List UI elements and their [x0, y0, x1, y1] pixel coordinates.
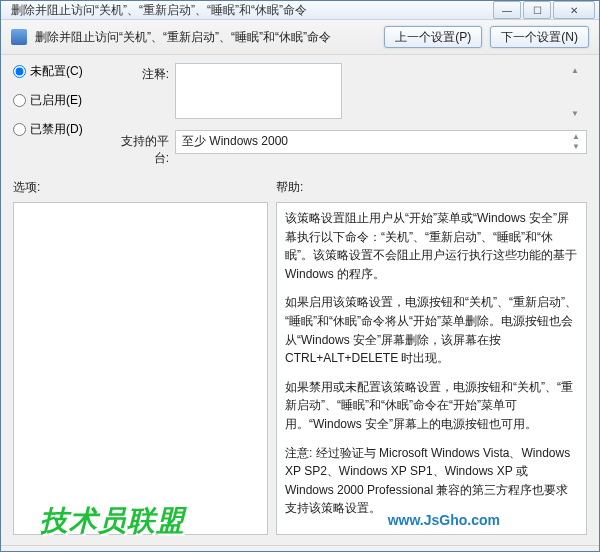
policy-icon	[11, 29, 27, 45]
comment-wrap: ▲▼	[175, 63, 587, 122]
radio-enabled-input[interactable]	[13, 94, 26, 107]
comment-input[interactable]	[175, 63, 342, 119]
comment-label: 注释:	[111, 63, 169, 122]
radio-not-configured[interactable]: 未配置(C)	[13, 63, 101, 80]
platform-label: 支持的平台:	[111, 130, 169, 167]
comment-row: 注释: ▲▼	[111, 63, 587, 122]
close-button[interactable]: ✕	[553, 1, 595, 19]
radio-enabled-label: 已启用(E)	[30, 92, 82, 109]
section-labels: 选项: 帮助:	[13, 179, 587, 196]
platform-scroll-arrows[interactable]: ▲▼	[572, 133, 584, 151]
window: 删除并阻止访问“关机”、“重新启动”、“睡眠”和“休眠”命令 — ☐ ✕ 删除并…	[0, 0, 600, 552]
fields-column: 注释: ▲▼ 支持的平台: 至少 Windows 2000 ▲▼	[111, 63, 587, 167]
options-label: 选项:	[13, 179, 276, 196]
next-setting-button[interactable]: 下一个设置(N)	[490, 26, 589, 48]
comment-scroll-arrows[interactable]: ▲▼	[571, 67, 583, 118]
options-panel[interactable]	[13, 202, 268, 535]
previous-setting-button[interactable]: 上一个设置(P)	[384, 26, 482, 48]
footer: 确定 取消 应用(A)	[1, 545, 599, 552]
radio-disabled-input[interactable]	[13, 123, 26, 136]
body-area: 未配置(C) 已启用(E) 已禁用(D) 注释: ▲▼	[1, 55, 599, 545]
panels-row: 该策略设置阻止用户从“开始”菜单或“Windows 安全”屏幕执行以下命令：“关…	[13, 202, 587, 535]
platform-value: 至少 Windows 2000	[182, 133, 288, 150]
radio-enabled[interactable]: 已启用(E)	[13, 92, 101, 109]
window-controls: — ☐ ✕	[493, 1, 595, 19]
radio-not-configured-input[interactable]	[13, 65, 26, 78]
window-title: 删除并阻止访问“关机”、“重新启动”、“睡眠”和“休眠”命令	[5, 2, 493, 19]
platform-box: 至少 Windows 2000 ▲▼	[175, 130, 587, 154]
upper-section: 未配置(C) 已启用(E) 已禁用(D) 注释: ▲▼	[13, 63, 587, 167]
header-row: 删除并阻止访问“关机”、“重新启动”、“睡眠”和“休眠”命令 上一个设置(P) …	[1, 20, 599, 55]
help-paragraph: 该策略设置阻止用户从“开始”菜单或“Windows 安全”屏幕执行以下命令：“关…	[285, 209, 578, 283]
state-radio-group: 未配置(C) 已启用(E) 已禁用(D)	[13, 63, 101, 138]
radio-disabled-label: 已禁用(D)	[30, 121, 83, 138]
maximize-button[interactable]: ☐	[523, 1, 551, 19]
radio-disabled[interactable]: 已禁用(D)	[13, 121, 101, 138]
help-paragraph: 注意: 经过验证与 Microsoft Windows Vista、Window…	[285, 444, 578, 518]
help-paragraph: 如果启用该策略设置，电源按钮和“关机”、“重新启动”、“睡眠”和“休眠”命令将从…	[285, 293, 578, 367]
help-panel[interactable]: 该策略设置阻止用户从“开始”菜单或“Windows 安全”屏幕执行以下命令：“关…	[276, 202, 587, 535]
titlebar: 删除并阻止访问“关机”、“重新启动”、“睡眠”和“休眠”命令 — ☐ ✕	[1, 1, 599, 20]
radio-not-configured-label: 未配置(C)	[30, 63, 83, 80]
minimize-button[interactable]: —	[493, 1, 521, 19]
header-title: 删除并阻止访问“关机”、“重新启动”、“睡眠”和“休眠”命令	[35, 29, 376, 46]
help-label: 帮助:	[276, 179, 587, 196]
help-paragraph: 如果禁用或未配置该策略设置，电源按钮和“关机”、“重新启动”、“睡眠”和“休眠”…	[285, 378, 578, 434]
platform-row: 支持的平台: 至少 Windows 2000 ▲▼	[111, 130, 587, 167]
